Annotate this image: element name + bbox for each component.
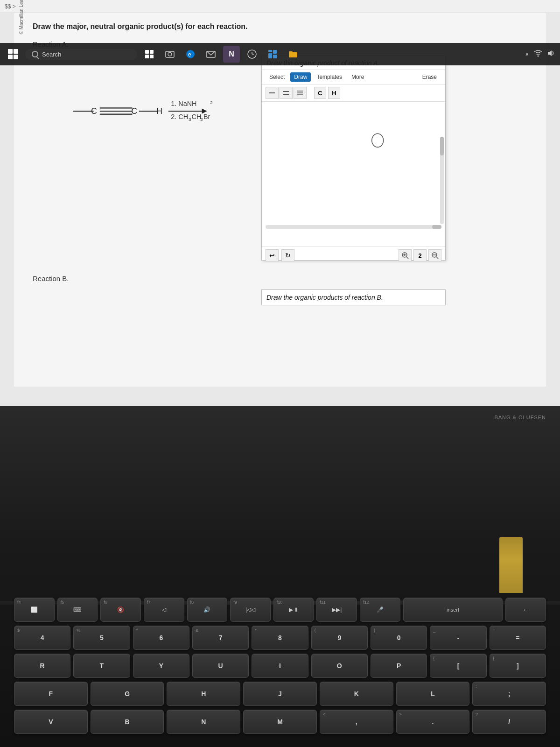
search-handle [36, 56, 39, 59]
erase-button[interactable]: Erase [418, 72, 441, 82]
templates-button[interactable]: Templates [313, 72, 346, 82]
key-6[interactable]: ^ 6 [133, 626, 189, 650]
key-semicolon-bottom: ; [508, 690, 511, 698]
asdf-row: F G H J K L : ; [14, 682, 546, 706]
taskbar-right: ∧ [525, 49, 555, 59]
key-equals-bottom: = [516, 634, 519, 641]
key-insert[interactable]: insert [403, 598, 503, 622]
key-j[interactable]: J [243, 682, 317, 706]
wifi-icon[interactable] [534, 49, 542, 59]
key-comma[interactable]: < , [320, 710, 393, 734]
key-t[interactable]: T [73, 654, 130, 678]
key-4-bottom: 4 [41, 634, 44, 641]
svg-text:Br: Br [203, 113, 210, 120]
key-k[interactable]: K [320, 682, 393, 706]
key-minus-bottom: - [457, 634, 460, 641]
key-f-label: F [49, 690, 53, 698]
key-minus[interactable]: _ - [430, 626, 486, 650]
svg-rect-43 [268, 50, 272, 52]
windows-quad-1 [8, 49, 13, 54]
key-g[interactable]: G [91, 682, 164, 706]
key-equals[interactable]: + = [490, 626, 546, 650]
svg-rect-45 [268, 53, 272, 58]
draw-button[interactable]: Draw [290, 72, 311, 82]
select-button[interactable]: Select [266, 72, 288, 82]
key-8[interactable]: * 8 [252, 626, 308, 650]
redo-button[interactable]: ↻ [281, 249, 294, 261]
vertical-scrollbar[interactable] [440, 137, 444, 224]
windows-button[interactable] [5, 46, 21, 63]
key-r[interactable]: R [14, 654, 70, 678]
key-f4[interactable]: f4 ⬜ [14, 598, 55, 622]
single-bond-button[interactable] [266, 87, 279, 99]
svg-rect-32 [150, 50, 154, 54]
key-v[interactable]: V [14, 710, 88, 734]
hydrogen-button[interactable]: H [328, 87, 340, 99]
widgets-button[interactable] [264, 46, 281, 63]
more-button[interactable]: More [348, 72, 368, 82]
camera-button[interactable] [161, 46, 178, 63]
fn-row: f4 ⬜ f5 ⌨ f6 🔇 f7 ◁ f8 🔊 f9 |◁◁ [14, 598, 546, 622]
key-7[interactable]: & 7 [192, 626, 249, 650]
key-u-label: U [218, 662, 223, 669]
key-f7[interactable]: f7 ◁ [144, 598, 184, 622]
tray-expand-button[interactable]: ∧ [525, 51, 529, 57]
triple-bond-button[interactable] [294, 87, 307, 99]
key-period-top: > [399, 712, 402, 717]
key-i-label: I [279, 662, 281, 669]
key-period[interactable]: > . [396, 710, 470, 734]
key-comma-bottom: , [356, 718, 357, 726]
key-f10[interactable]: f10 ▶⏸ [273, 598, 314, 622]
key-semicolon[interactable]: : ; [472, 682, 546, 706]
key-0[interactable]: ) 0 [371, 626, 427, 650]
zoom-reset-button[interactable]: 2 [413, 249, 427, 261]
search-bar[interactable]: Search [25, 49, 137, 60]
key-o[interactable]: O [311, 654, 368, 678]
key-f8[interactable]: f8 🔊 [187, 598, 228, 622]
key-p[interactable]: P [371, 654, 427, 678]
key-f10-icon: ▶⏸ [289, 606, 299, 613]
key-f11[interactable]: f11 ▶▶| [316, 598, 357, 622]
key-y[interactable]: Y [133, 654, 189, 678]
svg-line-25 [406, 257, 408, 259]
bond-toolbar: C H [262, 85, 445, 102]
edge-button[interactable]: e [182, 46, 199, 63]
key-f9[interactable]: f9 |◁◁ [230, 598, 271, 622]
key-m[interactable]: M [243, 710, 317, 734]
draw-canvas-a[interactable] [262, 102, 445, 247]
key-9[interactable]: ( 9 [311, 626, 368, 650]
key-f5[interactable]: f5 ⌨ [57, 598, 98, 622]
horizontal-scrollbar[interactable] [266, 225, 441, 229]
key-f9-icon: |◁◁ [245, 606, 255, 613]
undo-button[interactable]: ↩ [266, 249, 279, 261]
taskview-button[interactable] [141, 46, 158, 63]
file-explorer-button[interactable] [285, 46, 301, 63]
key-f[interactable]: F [14, 682, 88, 706]
key-b[interactable]: B [91, 710, 164, 734]
key-f6[interactable]: f6 🔇 [100, 598, 141, 622]
mail-button[interactable] [203, 46, 219, 63]
volume-icon[interactable] [547, 49, 555, 59]
key-bracket-open[interactable]: { [ [430, 654, 486, 678]
key-4[interactable]: $ 4 [14, 626, 70, 650]
key-9-top: ( [315, 628, 316, 633]
key-l[interactable]: L [396, 682, 470, 706]
notepad-button[interactable]: N [223, 46, 240, 63]
svg-text:2: 2 [210, 100, 213, 105]
key-bracket-close[interactable]: } ] [490, 654, 546, 678]
key-n[interactable]: N [167, 710, 240, 734]
double-bond-button[interactable] [280, 87, 293, 99]
zoom-out-button[interactable] [428, 249, 441, 261]
zoom-in-button[interactable] [399, 249, 412, 261]
clock-button[interactable] [244, 46, 260, 63]
key-5[interactable]: % 5 [73, 626, 130, 650]
key-l-label: L [431, 690, 435, 698]
search-icon [32, 51, 38, 57]
key-backspace[interactable]: ← [505, 598, 546, 622]
key-u[interactable]: U [192, 654, 249, 678]
carbon-button[interactable]: C [314, 87, 326, 99]
key-slash[interactable]: ? / [472, 710, 546, 734]
key-h[interactable]: H [167, 682, 240, 706]
key-f12[interactable]: f12 🎤 [360, 598, 400, 622]
key-i[interactable]: I [252, 654, 308, 678]
